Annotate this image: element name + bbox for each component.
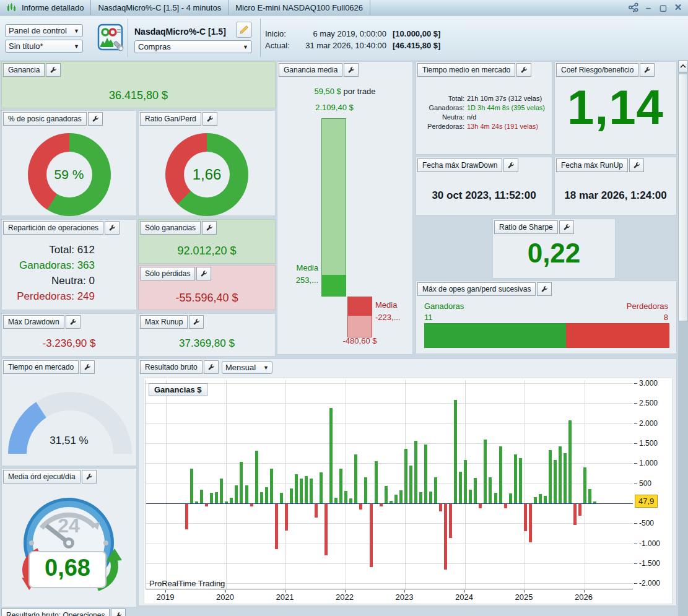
panel-control-dropdown[interactable]: Panel de control▼ xyxy=(5,24,83,37)
y-axis-label: -1.000 xyxy=(639,539,660,548)
template-label: Sin título* xyxy=(9,41,72,51)
close-button[interactable]: ✕ xyxy=(672,1,684,14)
month-bar xyxy=(190,469,193,503)
month-bar xyxy=(339,469,342,503)
max-loss-label: -480,60 $ xyxy=(323,336,397,345)
chevron-down-icon: ▼ xyxy=(74,28,79,34)
fecha-drawdown-value: 30 oct 2023, 11:52:00 xyxy=(416,189,552,202)
win-percentage-donut: 59 % xyxy=(28,133,111,216)
panel-title: Ganancia xyxy=(3,63,45,77)
report-content: Ganancia 36.415,80 $ % de posic ganadora… xyxy=(0,60,688,616)
titlebar-tab-report[interactable]: Informe detallado xyxy=(0,0,91,15)
ratio-value: 1,66 xyxy=(193,166,222,183)
panel-title: Ganancia media xyxy=(279,63,342,77)
backtest-dates: Inicio:6 may 2019, 0:00:00[10.000,00 $] … xyxy=(265,28,440,51)
panel-media-ordenes: Media órd ejecut/día 24 0,68 xyxy=(1,468,137,607)
month-bar xyxy=(449,504,452,538)
y-axis-label: 3.000 xyxy=(639,379,658,388)
panel-title: Repartición de operaciones xyxy=(3,221,103,235)
wrench-button[interactable] xyxy=(503,158,518,172)
panel-fecha-runup: Fecha máx RunUp 18 mar 2026, 1:24:00 xyxy=(554,157,677,215)
month-bar xyxy=(195,501,198,503)
wrench-button[interactable] xyxy=(559,220,574,234)
consecutive-trades-bar xyxy=(424,323,669,348)
wrench-button[interactable] xyxy=(202,221,217,235)
month-bar xyxy=(529,504,532,542)
instrument-title: Micro E-mini NASDAQ100 Full0626 xyxy=(235,3,363,12)
month-bar xyxy=(225,501,228,503)
chevron-down-icon: ▼ xyxy=(243,44,248,50)
wrench-button[interactable] xyxy=(46,63,61,77)
month-bar xyxy=(324,504,328,555)
panel-max-opes: Máx de opes gan/perd sucesivas Ganadoras… xyxy=(416,280,677,354)
wrench-button[interactable] xyxy=(640,63,655,77)
panel-title: Fecha máx RunUp xyxy=(556,158,628,172)
wrench-button[interactable] xyxy=(202,112,217,126)
titlebar-tab-strategy[interactable]: NasdaqMicro%-C [1.5] - 4 minutos xyxy=(91,0,229,15)
side-dropdown[interactable]: Compras▼ xyxy=(134,40,252,53)
wrench-button[interactable] xyxy=(80,360,95,374)
x-axis-year-label: 2020 xyxy=(207,592,244,602)
scrollbar-thumb[interactable] xyxy=(678,74,688,321)
panel-title: Ratio de Sharpe xyxy=(494,220,558,234)
panel-title: Tiempo en mercado xyxy=(3,360,79,374)
month-bar xyxy=(464,460,467,503)
y-axis-label: -1.500 xyxy=(639,559,660,568)
wrench-button[interactable] xyxy=(189,315,204,329)
month-bar xyxy=(354,454,357,503)
pencil-icon xyxy=(239,25,249,35)
edit-strategy-button[interactable] xyxy=(236,22,252,38)
scrollbar[interactable] xyxy=(678,60,688,616)
month-bar xyxy=(300,479,303,503)
month-bar xyxy=(210,493,213,503)
wrench-button[interactable] xyxy=(111,609,126,616)
x-axis-year-label: 2025 xyxy=(505,592,542,602)
month-bar xyxy=(564,453,567,503)
wrench-button[interactable] xyxy=(196,267,211,280)
month-bar xyxy=(265,487,268,503)
report-settings-icon[interactable] xyxy=(97,24,124,52)
month-bar xyxy=(250,504,253,506)
wrench-button[interactable] xyxy=(82,470,97,484)
month-bar xyxy=(593,501,596,503)
minimize-button[interactable]: – xyxy=(642,1,655,14)
panel-tiempo-mercado: Tiempo en mercado 31,51 % xyxy=(1,358,137,466)
inicio-equity: [10.000,00 $] xyxy=(393,28,440,40)
period-dropdown[interactable]: Mensual▼ xyxy=(222,361,272,374)
panel-solo-perdidas: Sólo pérdidas -55.596,40 $ xyxy=(138,265,276,310)
wrench-button[interactable] xyxy=(105,221,120,235)
month-bar xyxy=(499,446,502,503)
share-icon[interactable] xyxy=(627,1,640,14)
month-bar xyxy=(399,490,403,503)
month-bar xyxy=(334,498,337,503)
y-axis-label: 2.000 xyxy=(639,419,658,428)
month-bar xyxy=(315,504,318,518)
wrench-button[interactable] xyxy=(537,282,552,296)
wrench-button[interactable] xyxy=(88,112,103,126)
wrench-button[interactable] xyxy=(66,315,81,329)
month-bar xyxy=(404,449,407,503)
titlebar-tab-instrument[interactable]: Micro E-mini NASDAQ100 Full0626 xyxy=(229,0,370,15)
month-bar xyxy=(240,462,243,503)
panel-max-runup: Max Runup 37.369,80 $ xyxy=(138,313,276,357)
scrollbar-up-button[interactable] xyxy=(678,60,688,72)
month-bar xyxy=(583,467,586,503)
month-bar xyxy=(344,491,347,503)
month-bar xyxy=(424,445,427,503)
panel-title: Máx de opes gan/perd sucesivas xyxy=(417,282,536,296)
wrench-button[interactable] xyxy=(344,63,359,77)
panel-title: Fecha máx DrawDown xyxy=(417,158,502,172)
wrench-button[interactable] xyxy=(204,360,219,374)
period-label: Mensual xyxy=(225,363,261,372)
panel-title: Tiempo medio en mercado xyxy=(417,63,515,77)
panel-reparticion: Repartición de operaciones Total: 612 Ga… xyxy=(1,219,137,310)
wrench-button[interactable] xyxy=(516,63,531,77)
window-title: Informe detallado xyxy=(22,3,84,12)
strategy-name: NasdaqMicro%-C [1.5] xyxy=(134,27,226,37)
month-bar xyxy=(200,490,203,503)
template-dropdown[interactable]: Sin título*▼ xyxy=(5,40,83,53)
strategy-timeframe-title: NasdaqMicro%-C [1.5] - 4 minutos xyxy=(98,3,221,12)
maximize-button[interactable]: ▢ xyxy=(657,1,669,14)
wrench-button[interactable] xyxy=(629,158,644,172)
month-bar xyxy=(275,504,278,549)
